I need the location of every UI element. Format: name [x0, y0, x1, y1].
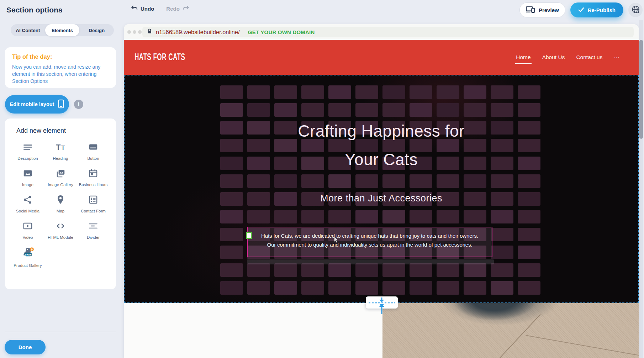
tab-ai-content[interactable]: AI Content: [11, 24, 45, 36]
element-drag-handle[interactable]: [246, 232, 252, 239]
hero-tile: [382, 263, 405, 277]
nav-item-home[interactable]: Home: [516, 54, 530, 60]
hero-heading[interactable]: Crafting Happiness for Your Cats: [125, 117, 638, 174]
svg-text:T: T: [56, 143, 60, 152]
element-label: Image: [22, 182, 33, 187]
element-item-image[interactable]: Image: [12, 168, 44, 187]
hero-tile: [491, 103, 513, 117]
element-item-map[interactable]: Map: [44, 194, 76, 214]
hero-text-element-selected[interactable]: Hats for Cats, we are dedicated to craft…: [247, 227, 492, 257]
republish-button[interactable]: Re-Publish: [570, 2, 623, 17]
element-item-heading[interactable]: TTHeading: [44, 142, 76, 161]
video-icon: [22, 221, 33, 233]
svg-text:T: T: [61, 144, 65, 151]
hero-tile: [328, 103, 351, 117]
add-new-element-title: Add new element: [16, 127, 110, 135]
page-scrollbar-thumb[interactable]: [639, 40, 643, 139]
element-item-business-hours[interactable]: Business Hours: [77, 168, 109, 187]
site-logo[interactable]: HATS FOR CATS: [134, 51, 185, 62]
hero-tile: [382, 85, 405, 99]
element-item-divider[interactable]: Divider: [77, 221, 109, 240]
element-item-image-gallery[interactable]: Image Gallery: [44, 168, 76, 187]
info-icon[interactable]: i: [74, 100, 83, 109]
hero-tile: [301, 281, 324, 295]
map-icon: [55, 194, 66, 206]
edit-mobile-layout-button[interactable]: Edit mobile layout: [5, 95, 69, 114]
element-item-video[interactable]: Video: [12, 221, 44, 240]
hero-tile: [247, 263, 270, 277]
window-dots: [127, 30, 142, 34]
element-label: Description: [17, 156, 38, 161]
section-resize-handle[interactable]: [366, 296, 398, 316]
paving-seam: [526, 335, 639, 356]
image-icon: [22, 168, 33, 180]
done-button[interactable]: Done: [5, 340, 46, 354]
topbar-actions: Preview Re-Publish: [519, 2, 643, 17]
hero-subheading[interactable]: More than Just Accessories: [125, 193, 638, 204]
hero-tile: [274, 263, 297, 277]
hero-tile: [491, 174, 513, 188]
html-module-icon: [55, 221, 66, 233]
image-gallery-icon: [55, 168, 66, 180]
lock-icon: [147, 28, 152, 36]
browser-chrome-bar: n1566589.websitebuilder.online/ GET YOUR…: [124, 24, 639, 40]
tab-elements[interactable]: Elements: [45, 24, 80, 36]
hero-tile: [437, 281, 459, 295]
element-item-description[interactable]: Description: [12, 142, 44, 161]
tip-title: Tip of the day:: [12, 53, 109, 60]
svg-text:SHOP: SHOP: [25, 253, 31, 256]
edit-mobile-label: Edit mobile layout: [10, 101, 54, 107]
hero-tile: [220, 210, 243, 223]
hero-tile: [518, 174, 540, 188]
hero-tile: [410, 103, 432, 117]
get-domain-link[interactable]: GET YOUR OWN DOMAIN: [248, 29, 315, 35]
hero-tile: [437, 103, 459, 117]
hero-tile: [464, 103, 486, 117]
hero-tile: [491, 263, 513, 277]
check-icon: [578, 7, 584, 13]
hero-tile: [328, 281, 351, 295]
hero-tile: [382, 281, 405, 295]
preview-button[interactable]: Preview: [519, 2, 565, 17]
redo-button[interactable]: Redo: [166, 5, 189, 12]
hero-tile: [220, 263, 243, 277]
hero-tile: [247, 281, 270, 295]
element-label: Heading: [53, 156, 68, 161]
hero-tile: [301, 263, 324, 277]
hero-tile: [274, 210, 297, 223]
hero-tile: [328, 174, 351, 188]
button-icon: [88, 142, 99, 154]
address-bar[interactable]: n1566589.websitebuilder.online/ GET YOUR…: [142, 27, 634, 37]
hero-tile: [301, 85, 324, 99]
element-item-product-gallery[interactable]: SHOPProduct Gallery: [12, 247, 44, 268]
nav-item-contact-us[interactable]: Contact us: [576, 54, 602, 60]
hero-tile: [437, 263, 459, 277]
hero-tile: [355, 85, 378, 99]
hero-tile: [301, 210, 324, 223]
hero-tile: [247, 103, 270, 117]
hero-section-selected[interactable]: Crafting Happiness for Your Cats More th…: [124, 75, 639, 303]
element-item-button[interactable]: Button: [77, 142, 109, 161]
element-item-contact-form[interactable]: Contact Form: [77, 194, 109, 214]
app-root: Section options Undo Redo Preview: [0, 0, 644, 358]
hero-tile: [220, 281, 243, 295]
undo-button[interactable]: Undo: [131, 5, 154, 12]
hero-tile: [410, 210, 432, 223]
hero-tile: [437, 174, 459, 188]
hero-tile: [518, 246, 540, 259]
hero-tile: [464, 85, 486, 99]
element-item-social-media[interactable]: Social Media: [12, 194, 44, 214]
hero-tile: [518, 281, 540, 295]
element-grid: DescriptionTTHeadingButtonImageImage Gal…: [11, 142, 110, 268]
language-globe-button[interactable]: [628, 3, 643, 17]
hero-tile: [464, 210, 486, 223]
element-ghost-bar: [247, 259, 494, 264]
element-item-html-module[interactable]: HTML Module: [44, 221, 76, 240]
paving-photo: [382, 303, 639, 358]
nav-item-about-us[interactable]: About Us: [542, 54, 565, 60]
tab-design[interactable]: Design: [79, 24, 114, 36]
hero-tile: [220, 103, 243, 117]
preview-label: Preview: [539, 7, 559, 13]
nav-item-more[interactable]: ···: [614, 54, 620, 60]
page-title: Section options: [6, 6, 63, 14]
